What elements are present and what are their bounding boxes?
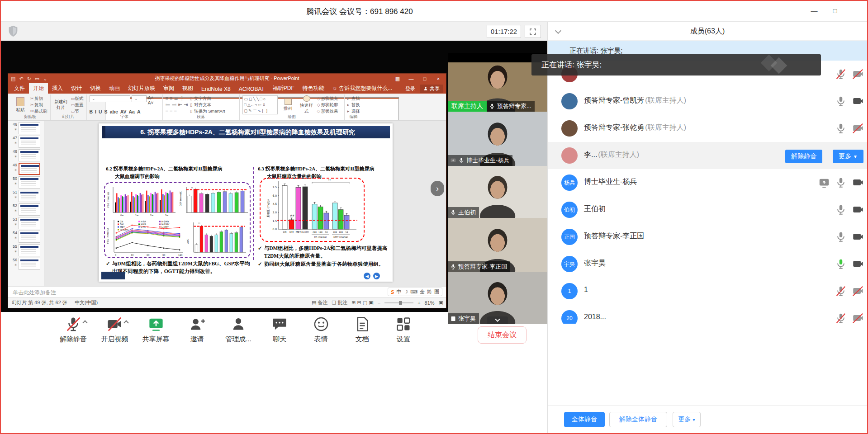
caret-up-icon[interactable] [82,320,87,325]
toolbar-settings-button[interactable]: 设置 [385,316,422,344]
member-row[interactable]: 202018... [548,305,867,324]
zoom-slider[interactable] [384,302,413,303]
comments-toggle[interactable]: ❏ 批注 [332,299,347,306]
ppt-tab-视图[interactable]: 视图 [178,83,197,94]
member-more-button[interactable]: 更多 ▼ [833,150,863,163]
maximize-button[interactable]: □ [829,5,841,17]
shapes-gallery[interactable]: ▭◻╲╲□○□△⌐¬⇦⇩◻✎⌒∿{ } [242,95,278,114]
camera-off-icon[interactable] [852,123,863,134]
fit-slide-button[interactable]: ▣ [439,300,443,306]
ribbon-options-icon[interactable]: ▦ [391,74,404,84]
qat-icon[interactable]: ▤ [11,76,15,82]
quick-access-toolbar[interactable]: ▤↶↻▭⌄ [11,74,47,84]
sogou-item[interactable]: 圈 [434,288,439,295]
mic-muted-icon[interactable] [835,285,847,297]
minimize-button[interactable]: — [808,5,820,17]
font-name-select[interactable]: ⌄ [90,95,131,102]
sogou-input-bar[interactable]: S中☽⌨全简圈 [388,288,442,296]
camera-off-icon[interactable] [852,68,863,80]
clipboard-item[interactable]: ✂复制 [30,102,47,108]
slide-thumbnail-50[interactable]: 50✶ [10,176,44,189]
ppt-tab-审阅[interactable]: 审阅 [159,83,178,94]
member-row[interactable]: 伯初王伯初 [548,196,867,223]
slide-thumbnail-51[interactable]: 51✶ [10,190,44,202]
font-size-select[interactable]: ⌄ [132,95,146,102]
collapse-videos-button[interactable] [487,316,508,324]
paragraph-item[interactable]: ▯对齐文本 [190,102,225,108]
camera-off-icon[interactable] [852,258,863,270]
prev-slide-button[interactable]: ◀ [364,273,370,279]
panel-more-button[interactable]: 更多 ▾ [673,412,701,427]
slide-thumbnail-54[interactable]: 54✶ [10,231,44,243]
shape-format-item[interactable]: ◇形状效果 [317,108,338,114]
clipboard-item[interactable]: ✂格式刷 [30,108,47,114]
ppt-tab-开始[interactable]: 开始 [29,83,48,94]
slides-item[interactable]: ▭节 [71,108,84,114]
arrange-button[interactable]: 排列 [280,95,296,114]
editing-item[interactable]: ▸查找 [347,95,360,101]
toolbar-chat-button[interactable]: 聊天 [261,316,298,344]
toolbar-manage-button[interactable]: 管理成... [220,316,256,344]
toolbar-mic-button[interactable]: 解除静音 [55,316,91,344]
clipboard-item[interactable]: ✂剪切 [30,95,47,101]
sogou-item[interactable]: ☽ [403,289,408,295]
fullscreen-button[interactable] [525,25,541,38]
ppt-tab-特色功能[interactable]: 特色功能 [299,83,328,94]
slides-item[interactable]: ▭重置 [71,102,84,108]
new-slide-button[interactable]: 新建幻灯片 [53,95,69,114]
member-row[interactable]: 预答辩专家-曾凯芳(联席主持人) [548,88,867,115]
collapse-panel-icon[interactable] [555,28,561,34]
ppt-restore-button[interactable]: □ [418,74,432,84]
notes-toggle[interactable]: ▤ 备注 [312,299,327,306]
camera-off-icon[interactable] [852,204,863,216]
mic-icon[interactable] [835,95,847,107]
member-row[interactable]: 李...(联席主持人)解除静音更多 ▼ [548,142,867,169]
paragraph-item[interactable]: ▯文字方向 [190,95,225,101]
video-tile[interactable]: 预答辩专家-李正国 [448,218,547,272]
camera-off-icon[interactable] [852,177,863,189]
unmute-member-button[interactable]: 解除静音 [785,150,822,163]
mic-muted-icon[interactable] [835,312,847,324]
toolbar-cam-button[interactable]: 开启视频 [96,316,133,344]
notes-area[interactable]: 单击此处添加备注 S中☽⌨全简圈 [8,286,446,297]
toolbar-invite-button[interactable]: 邀请 [179,316,215,344]
toolbar-doc-button[interactable]: 文档 [344,316,380,344]
member-row[interactable]: 正国预答辩专家-李正国 [548,223,867,250]
ppt-signin[interactable]: 登录 [405,85,415,92]
video-panel-expand-arrow[interactable]: › [431,181,444,196]
end-meeting-button[interactable]: 结束会议 [478,326,526,344]
sogou-item[interactable]: 中 [396,288,401,295]
ppt-tab-设计[interactable]: 设计 [67,83,86,94]
toolbar-emoji-button[interactable]: 表情 [303,316,339,344]
camera-off-icon[interactable] [852,95,863,107]
slide-thumbnail-panel[interactable]: 46✶47✶48✶49✶50✶51✶52✶53✶54✶55✶56✶ [8,121,44,286]
caret-up-icon[interactable] [124,320,129,325]
ppt-close-button[interactable]: × [432,74,445,84]
mic-speaking-icon[interactable] [835,258,847,270]
mute-all-button[interactable]: 全体静音 [564,412,605,427]
zoom-out-button[interactable]: − [378,300,380,306]
video-tile[interactable]: 张宇昊 [448,272,547,324]
camera-off-icon[interactable] [852,312,863,324]
slide-thumbnail-56[interactable]: 56✶ [10,258,44,270]
shape-format-item[interactable]: ◇形状填充 [317,95,338,101]
paragraph-item[interactable]: ▯转换为 SmartArt [190,108,225,114]
ppt-tab-福昕PDF[interactable]: 福昕PDF [269,83,299,94]
slide-thumbnail-55[interactable]: 55✶ [10,244,44,256]
ppt-share-button[interactable]: 共享 [420,85,443,93]
notes-placeholder[interactable]: 单击此处添加备注 [13,289,56,297]
camera-off-icon[interactable] [852,231,863,243]
member-row[interactable]: 11 [548,278,867,305]
ppt-tab-ACROBAT[interactable]: ACROBAT [235,85,269,94]
qat-icon[interactable]: ↶ [19,76,23,82]
slide-thumbnail-52[interactable]: 52✶ [10,203,44,216]
ppt-tab-切换[interactable]: 切换 [86,83,105,94]
mic-muted-icon[interactable] [835,68,847,80]
video-tile[interactable]: 王伯初 [448,166,547,218]
member-row[interactable]: 预答辩专家-张乾勇(联席主持人) [548,115,867,142]
shape-format-item[interactable]: ◇形状轮廓 [317,102,338,108]
screen-share-icon[interactable] [818,177,830,189]
member-row[interactable]: 杨兵博士毕业生-杨兵 [548,169,867,196]
ppt-tab-幻灯片放映[interactable]: 幻灯片放映 [124,83,159,94]
view-buttons[interactable]: ⊞ ⊟ ▢ ▣ [351,300,373,306]
